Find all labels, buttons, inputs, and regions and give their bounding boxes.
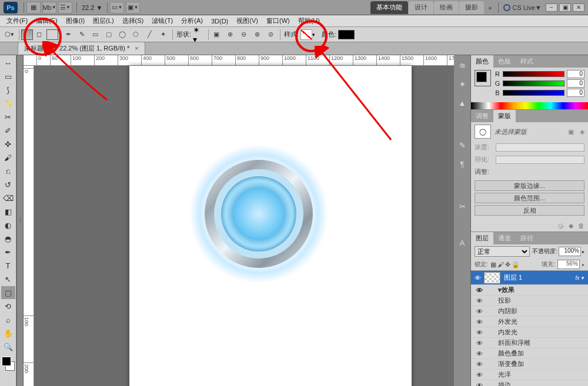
3d-camera-icon[interactable]: ⌕: [1, 313, 15, 326]
combine-intersect-icon[interactable]: ⊗: [251, 29, 263, 41]
eraser-tool-icon[interactable]: ⌫: [1, 192, 15, 204]
menu-select[interactable]: 选择(S): [118, 16, 148, 25]
mini-bridge-icon[interactable]: Mb: [42, 2, 56, 14]
text-panel-icon[interactable]: A: [456, 236, 469, 249]
para-panel-icon[interactable]: ¶: [456, 157, 469, 170]
tool-collapse-strip[interactable]: ⋮: [16, 55, 24, 386]
fill-color-swatch[interactable]: [338, 30, 355, 39]
effect-color-overlay[interactable]: 👁颜色叠加: [471, 348, 588, 359]
char-panel-icon[interactable]: ✎: [456, 139, 469, 152]
dodge-tool-icon[interactable]: ◓: [1, 232, 15, 245]
menu-help[interactable]: 帮助(H): [294, 16, 324, 25]
vector-mask-icon[interactable]: ◈: [580, 128, 584, 136]
window-close[interactable]: ✕: [573, 4, 584, 12]
effect-gradient-overlay[interactable]: 👁渐变叠加: [471, 359, 588, 370]
feather-field[interactable]: [496, 156, 584, 164]
menu-layer[interactable]: 图层(L): [89, 16, 118, 25]
3d-tool-icon[interactable]: ⟲: [1, 300, 15, 313]
lock-paint-icon[interactable]: 🖌: [497, 261, 504, 268]
view-extras-icon[interactable]: ☰: [58, 2, 72, 14]
pixel-mask-icon[interactable]: ▣: [568, 128, 574, 136]
opacity-value[interactable]: 100%: [559, 247, 581, 256]
history-brush-icon[interactable]: ↺: [1, 178, 15, 191]
combine-subtract-icon[interactable]: ⊖: [238, 29, 249, 41]
tab-color[interactable]: 颜色: [471, 55, 493, 68]
effect-inner-shadow[interactable]: 👁内阴影: [471, 306, 588, 317]
eyedropper-tool-icon[interactable]: ✐: [1, 124, 15, 137]
lasso-tool-icon[interactable]: ⟆: [1, 83, 15, 96]
mask-delete-icon[interactable]: 🗑: [578, 222, 584, 229]
color-ramp[interactable]: [471, 102, 588, 109]
effect-satin[interactable]: 👁光泽: [471, 370, 588, 380]
density-field[interactable]: [496, 143, 584, 152]
lock-all-icon[interactable]: 🔒: [512, 261, 520, 268]
menu-image[interactable]: 图像(I): [62, 16, 89, 25]
document-tab[interactable]: 未标题-1 @ 22.2% (图层 1, RGB/8) * ×: [18, 42, 145, 55]
layer-row-1[interactable]: 👁 图层 1 fx ▾: [471, 271, 588, 285]
tool-preset-panel-icon[interactable]: ✂: [456, 200, 469, 213]
menu-view[interactable]: 视图(V): [232, 16, 262, 25]
window-minimize[interactable]: −: [546, 4, 557, 12]
effect-stroke[interactable]: 👁描边: [471, 380, 588, 386]
fill-value[interactable]: 56%: [557, 260, 580, 269]
blend-mode-select[interactable]: 正常: [475, 246, 530, 257]
menu-analysis[interactable]: 分析(A): [177, 16, 207, 25]
invert-button[interactable]: 反相: [475, 205, 584, 216]
tab-adjust[interactable]: 调整: [471, 110, 493, 122]
tab-channels[interactable]: 通道: [493, 232, 516, 244]
close-doc-icon[interactable]: ×: [135, 45, 138, 52]
tab-styles[interactable]: 样式: [516, 55, 538, 68]
workspace-tab-paint[interactable]: 绘画: [434, 1, 459, 14]
line-shape-icon[interactable]: ╱: [143, 29, 155, 41]
marquee-tool-icon[interactable]: ▭: [1, 70, 15, 83]
brush-panel-icon[interactable]: ✶: [456, 78, 469, 90]
effect-drop-shadow[interactable]: 👁投影: [471, 296, 588, 306]
pen-tool-icon[interactable]: ✒: [62, 29, 74, 41]
effects-row[interactable]: 👁▾ 效果: [471, 285, 588, 296]
slider-r[interactable]: R 0: [495, 70, 584, 78]
rounded-rect-icon[interactable]: ▢: [103, 29, 115, 41]
color-range-button[interactable]: 颜色范围...: [475, 193, 584, 203]
mode-fill-pixels[interactable]: [46, 29, 58, 40]
style-picker[interactable]: [300, 29, 312, 40]
combine-exclude-icon[interactable]: ⊘: [265, 29, 276, 41]
ellipse-shape-icon[interactable]: ◯: [116, 29, 128, 41]
screen-mode-icon[interactable]: ▣: [126, 2, 140, 14]
menu-edit[interactable]: 编辑(E): [32, 16, 62, 25]
slider-b[interactable]: B 0: [495, 89, 584, 97]
zoom-tool-icon[interactable]: 🔍: [1, 340, 15, 353]
stamp-tool-icon[interactable]: ⎌: [1, 165, 15, 177]
crop-tool-icon[interactable]: ✂: [1, 110, 15, 123]
workspace-tab-essentials[interactable]: 基本功能: [370, 1, 408, 14]
workspace-tab-photo[interactable]: 摄影: [459, 1, 484, 14]
document-canvas[interactable]: [129, 66, 412, 386]
workspace-tab-design[interactable]: 设计: [409, 1, 433, 14]
workspace-more[interactable]: »: [485, 4, 495, 11]
cs-live-button[interactable]: CS Live ▼: [501, 4, 544, 11]
mode-shape-layer[interactable]: [21, 29, 33, 40]
polygon-shape-icon[interactable]: ⬠: [130, 29, 142, 41]
color-swatch-pair[interactable]: [1, 356, 15, 371]
window-maximize[interactable]: ▣: [559, 4, 571, 12]
menu-3d[interactable]: 3D(D): [207, 18, 232, 25]
menu-filter[interactable]: 滤镜(T): [148, 16, 177, 25]
mask-apply-icon[interactable]: ◆: [569, 222, 573, 230]
heal-tool-icon[interactable]: ✜: [1, 137, 15, 150]
effect-inner-glow[interactable]: 👁内发光: [471, 327, 588, 338]
color-panel-swatch[interactable]: [475, 70, 491, 86]
effect-bevel[interactable]: 👁斜面和浮雕: [471, 338, 588, 348]
effect-outer-glow[interactable]: 👁外发光: [471, 317, 588, 327]
launch-bridge-icon[interactable]: ▦: [26, 2, 41, 14]
freeform-pen-icon[interactable]: ✎: [76, 29, 88, 41]
lock-pos-icon[interactable]: ✥: [505, 261, 510, 268]
mode-path[interactable]: ◻: [33, 29, 45, 41]
type-tool-icon[interactable]: T: [1, 259, 15, 272]
pen-tool-icon[interactable]: ✒: [1, 246, 15, 259]
slider-g[interactable]: G 0: [495, 79, 584, 88]
wand-tool-icon[interactable]: ✨: [1, 97, 15, 110]
combine-add-icon[interactable]: ⊕: [224, 29, 236, 41]
gradient-tool-icon[interactable]: ◧: [1, 205, 15, 218]
fg-color-swatch[interactable]: [2, 357, 11, 366]
move-tool-icon[interactable]: ↔: [1, 56, 15, 69]
arrange-docs-icon[interactable]: ▭: [110, 2, 124, 14]
